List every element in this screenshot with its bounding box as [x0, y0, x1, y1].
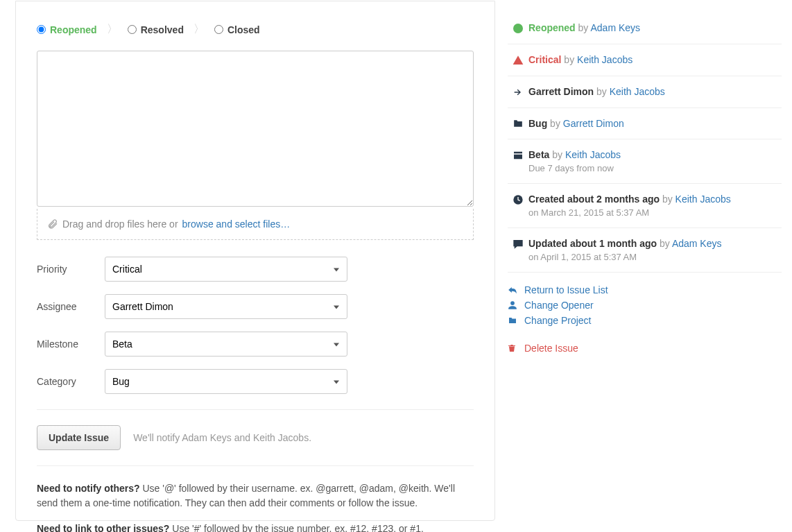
priority-value: Critical: [528, 54, 561, 65]
status-radio-reopened[interactable]: [37, 25, 46, 34]
sidebar: Reopened by Adam Keys Critical by Keith …: [508, 0, 782, 532]
created-value: Created about 2 months ago: [528, 194, 660, 205]
return-link[interactable]: Return to Issue List: [508, 282, 782, 298]
user-link[interactable]: Keith Jacobs: [675, 194, 731, 205]
sidebar-updated: Updated about 1 month ago by Adam Keys o…: [508, 228, 782, 273]
status-tabs: Reopened 〉 Resolved 〉 Closed: [37, 22, 474, 37]
status-tab-reopened[interactable]: Reopened: [37, 24, 97, 35]
category-by: by Garrett Dimon: [550, 118, 624, 129]
milestone-label: Milestone: [37, 338, 105, 350]
status-radio-closed[interactable]: [214, 25, 223, 34]
clock-icon: [513, 194, 524, 205]
user-link[interactable]: Keith Jacobs: [565, 149, 621, 160]
user-link[interactable]: Adam Keys: [672, 238, 722, 249]
chevron-icon: 〉: [107, 22, 118, 37]
status-radio-resolved[interactable]: [128, 25, 137, 34]
sidebar-actions: Return to Issue List Change Opener Chang…: [508, 282, 782, 356]
status-tab-closed[interactable]: Closed: [214, 24, 260, 35]
svg-point-0: [513, 24, 523, 33]
status-label: Closed: [227, 24, 260, 35]
reply-icon: [508, 285, 519, 295]
updated-value: Updated about 1 month ago: [528, 238, 657, 249]
user-link[interactable]: Keith Jacobs: [610, 86, 665, 97]
main-panel: Reopened 〉 Resolved 〉 Closed Drag and dr…: [15, 1, 495, 521]
category-label: Category: [37, 376, 105, 387]
user-link[interactable]: Keith Jacobs: [577, 54, 632, 65]
status-label: Reopened: [50, 24, 97, 35]
updated-date: on April 1, 2015 at 5:37 AM: [528, 252, 782, 262]
sidebar-milestone: Beta by Keith Jacobs Due 7 days from now: [508, 139, 782, 184]
calendar-icon: [513, 150, 524, 161]
priority-select[interactable]: Critical: [105, 257, 347, 282]
assignee-select[interactable]: Garrett Dimon: [105, 294, 347, 319]
created-by: by Keith Jacobs: [662, 194, 731, 205]
arrow-right-icon: [512, 87, 524, 98]
delete-issue-link[interactable]: Delete Issue: [508, 341, 782, 356]
change-opener-link[interactable]: Change Opener: [508, 298, 782, 313]
sidebar-created: Created about 2 months ago by Keith Jaco…: [508, 184, 782, 228]
dropzone-text: Drag and drop files here or: [62, 218, 178, 230]
priority-by: by Keith Jacobs: [564, 54, 632, 65]
circle-icon: [513, 23, 524, 34]
status-value: Reopened: [528, 22, 576, 33]
status-tab-resolved[interactable]: Resolved: [128, 24, 184, 35]
sidebar-category: Bug by Garrett Dimon: [508, 108, 782, 139]
created-date: on March 21, 2015 at 5:37 AM: [528, 207, 782, 218]
update-issue-button[interactable]: Update Issue: [37, 425, 121, 450]
milestone-value: Beta: [528, 149, 549, 160]
sidebar-assignee: Garrett Dimon by Keith Jacobs: [508, 76, 782, 108]
sidebar-priority: Critical by Keith Jacobs: [508, 44, 782, 76]
milestone-by: by Keith Jacobs: [552, 149, 621, 160]
folder-icon: [513, 119, 524, 128]
status-by: by Adam Keys: [578, 22, 641, 33]
change-project-link[interactable]: Change Project: [508, 313, 782, 328]
updated-by: by Adam Keys: [660, 238, 722, 249]
divider: [37, 409, 474, 410]
priority-label: Priority: [37, 264, 105, 275]
help-notify: Need to notify others? Use '@' followed …: [37, 481, 474, 510]
chevron-icon: 〉: [193, 22, 205, 37]
browse-files-link[interactable]: browse and select files…: [182, 218, 291, 230]
divider: [37, 465, 474, 466]
user-link[interactable]: Garrett Dimon: [563, 118, 624, 129]
milestone-select[interactable]: Beta: [105, 332, 347, 357]
assignee-by: by Keith Jacobs: [596, 86, 665, 97]
notify-text: We'll notify Adam Keys and Keith Jacobs.: [133, 432, 311, 443]
comment-icon: [512, 239, 524, 250]
milestone-due: Due 7 days from now: [528, 163, 782, 173]
assignee-value: Garrett Dimon: [528, 86, 594, 97]
status-label: Resolved: [141, 24, 184, 35]
assignee-label: Assignee: [37, 301, 105, 312]
paperclip-icon: [47, 218, 58, 230]
folder-icon: [508, 316, 519, 325]
help-link: Need to link to other issues? Use '#' fo…: [37, 522, 474, 532]
comment-textarea[interactable]: [37, 51, 474, 207]
trash-icon: [508, 343, 519, 353]
category-value: Bug: [528, 118, 547, 129]
user-icon: [508, 300, 519, 310]
user-link[interactable]: Adam Keys: [590, 22, 640, 33]
sidebar-status: Reopened by Adam Keys: [508, 12, 782, 44]
warning-icon: [513, 55, 524, 66]
category-select[interactable]: Bug: [105, 369, 347, 394]
file-dropzone[interactable]: Drag and drop files here or browse and s…: [37, 209, 474, 240]
